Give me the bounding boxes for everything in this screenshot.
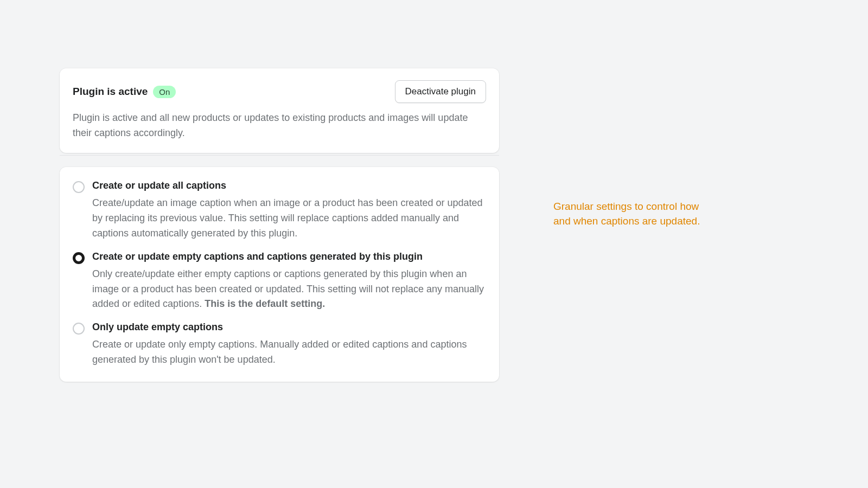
- option-desc-text: Create or update only empty captions. Ma…: [92, 339, 467, 365]
- option-title[interactable]: Create or update empty captions and capt…: [92, 251, 486, 262]
- plugin-status-card: Plugin is active On Deactivate plugin Pl…: [60, 68, 499, 153]
- option-body: Create or update all captions Create/upd…: [92, 180, 486, 241]
- status-header: Plugin is active On Deactivate plugin: [73, 80, 486, 103]
- status-title: Plugin is active: [73, 86, 148, 98]
- option-title[interactable]: Only update empty captions: [92, 322, 486, 333]
- status-badge: On: [153, 86, 176, 98]
- option-desc-emphasis: This is the default setting.: [205, 298, 325, 309]
- option-title[interactable]: Create or update all captions: [92, 180, 486, 191]
- radio-empty-and-generated[interactable]: [73, 252, 85, 264]
- status-description: Plugin is active and all new products or…: [73, 111, 486, 141]
- option-description: Only create/update either empty captions…: [92, 267, 486, 312]
- option-desc-text: Create/update an image caption when an i…: [92, 197, 483, 239]
- option-description: Create or update only empty captions. Ma…: [92, 337, 486, 368]
- option-empty-and-generated: Create or update empty captions and capt…: [73, 251, 486, 312]
- option-all-captions: Create or update all captions Create/upd…: [73, 180, 486, 241]
- option-only-empty: Only update empty captions Create or upd…: [73, 322, 486, 368]
- radio-only-empty[interactable]: [73, 323, 85, 335]
- radio-all-captions[interactable]: [73, 181, 85, 193]
- option-description: Create/update an image caption when an i…: [92, 196, 486, 241]
- option-body: Only update empty captions Create or upd…: [92, 322, 486, 368]
- deactivate-plugin-button[interactable]: Deactivate plugin: [395, 80, 486, 103]
- status-left: Plugin is active On: [73, 86, 176, 98]
- caption-options-card: Create or update all captions Create/upd…: [60, 167, 499, 382]
- marketing-annotation: Granular settings to control how and whe…: [553, 200, 716, 228]
- section-divider: [60, 155, 499, 156]
- option-body: Create or update empty captions and capt…: [92, 251, 486, 312]
